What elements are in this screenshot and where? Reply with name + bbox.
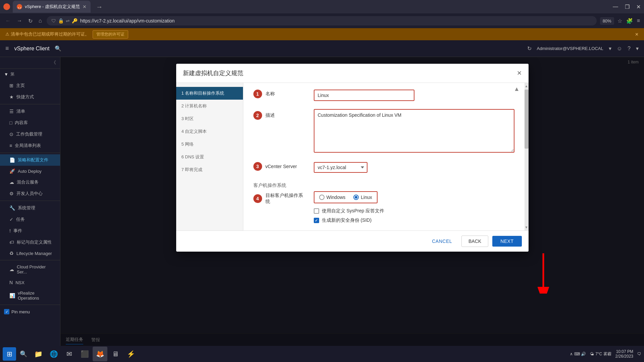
os-windows-label: Windows: [327, 195, 346, 200]
sidebar-collapse-btn[interactable]: 《: [0, 57, 60, 69]
modal-close-btn[interactable]: ✕: [517, 69, 522, 77]
sid-checkbox[interactable]: [314, 218, 319, 223]
sidebar: 《 ▼ 第 ⊞ 主页 ★ 快捷方式 ☰ 清单: [0, 57, 60, 362]
step-7[interactable]: 7 即将完成: [176, 163, 243, 176]
sidebar-item-developer[interactable]: ⚙ 开发人员中心: [0, 188, 60, 199]
sidebar-item-events[interactable]: ! 事件: [0, 225, 60, 237]
search-icon[interactable]: 🔍: [55, 45, 61, 52]
sidebar-item-nsx[interactable]: N NSX: [0, 277, 60, 288]
sidebar-item-tags[interactable]: 🏷 标记与自定义属性: [0, 237, 60, 248]
pin-menu-item[interactable]: ✓ Pin menu: [0, 306, 60, 317]
nav-refresh-btn[interactable]: ↻: [27, 16, 34, 25]
sidebar-item-lifecycle-label: Lifecycle Manager: [16, 251, 52, 256]
os-linux-option[interactable]: Linux: [353, 195, 372, 200]
sysprep-checkbox[interactable]: [314, 208, 319, 214]
browser-tab[interactable]: 🦊 vSphere - 虚拟机自定义规范 ✕: [13, 1, 91, 13]
name-input[interactable]: [314, 90, 414, 101]
lifecycle-icon: ♻: [9, 251, 14, 256]
sidebar-item-vrealize[interactable]: 📊 vRealize Operations: [0, 288, 60, 303]
address-input[interactable]: [80, 18, 592, 23]
menu-icon[interactable]: ≡: [637, 18, 640, 24]
taskbar-search-button[interactable]: 🔍: [17, 348, 30, 360]
sidebar-item-workload[interactable]: ⊙ 工作负载管理: [0, 128, 60, 140]
sidebar-item-cloud-provider[interactable]: ☁ Cloud Provider Ser...: [0, 262, 60, 277]
topbar-help-chevron[interactable]: ▾: [636, 45, 639, 52]
window-minimize[interactable]: —: [613, 4, 618, 10]
step-3[interactable]: 3 时区: [176, 112, 243, 125]
nav-back-btn[interactable]: ←: [4, 16, 12, 25]
bookmark-icon[interactable]: ☆: [617, 18, 622, 24]
windows-start-button[interactable]: ⊞: [3, 347, 16, 361]
topbar-refresh-icon[interactable]: ↻: [527, 45, 532, 52]
sidebar-item-global-list[interactable]: ≡ 全局清单列表: [0, 140, 60, 151]
vcenter-control-area: vc7-1.yz.local vc7-2.yz.local: [314, 162, 514, 173]
sidebar-divider-1: [0, 104, 60, 104]
step-6[interactable]: 6 DNS 设置: [176, 151, 243, 163]
scrollbar-thumb[interactable]: [525, 90, 529, 149]
taskbar-vmware2[interactable]: ⚡: [123, 347, 138, 361]
browser-toolbar: ← → ↻ ⌂ 🛡 🔒 ⇌ 🔑 80% ☆ 🧩 ≡: [0, 13, 644, 28]
manage-license-button[interactable]: 管理您的许可证: [93, 30, 128, 39]
os-linux-radio[interactable]: [353, 195, 359, 200]
nav-home-btn[interactable]: ⌂: [37, 16, 43, 25]
sidebar-item-inventory[interactable]: ☰ 清单: [0, 106, 60, 117]
os-inner-group: 客户机操作系统: [253, 181, 514, 189]
cancel-button[interactable]: CANCEL: [427, 236, 457, 247]
sidebar-item-autodeploy[interactable]: 🚀 Auto Deploy: [0, 166, 60, 176]
nav-forward-btn[interactable]: →: [15, 16, 23, 25]
new-tab-button[interactable]: →: [93, 3, 105, 11]
sidebar-item-content-library[interactable]: □ 内容库: [0, 117, 60, 128]
step-4[interactable]: 4 自定义脚本: [176, 125, 243, 138]
taskbar-terminal[interactable]: ⬛: [77, 347, 92, 361]
topbar-emoji-icon[interactable]: ☺: [617, 46, 622, 52]
sidebar-item-home[interactable]: ⊞ 主页: [0, 80, 60, 91]
notifications-icon[interactable]: 🗨: [637, 352, 641, 356]
connection-icon: ⇌: [66, 18, 70, 23]
main-area: 《 ▼ 第 ⊞ 主页 ★ 快捷方式 ☰ 清单: [0, 57, 644, 362]
taskbar-file-explorer[interactable]: 📁: [31, 347, 46, 361]
sidebar-item-hybrid-cloud[interactable]: ☁ 混合云服务: [0, 176, 60, 188]
vcenter-label: vCenter Server: [265, 164, 297, 169]
window-close[interactable]: ✕: [636, 4, 641, 10]
sidebar-item-tasks[interactable]: ✓ 任务: [0, 214, 60, 225]
sidebar-section-inventory[interactable]: ▼ 第: [0, 69, 60, 80]
sysprep-checkbox-option[interactable]: 使用自定义 SysPrep 应答文件: [314, 208, 385, 214]
next-button[interactable]: NEXT: [492, 236, 522, 247]
taskbar-email[interactable]: ✉: [62, 347, 77, 361]
sidebar-item-cloud-label: Cloud Provider Ser...: [17, 264, 56, 274]
sidebar-item-sysadmin[interactable]: 🔧 系统管理: [0, 202, 60, 214]
step-2[interactable]: 2 计算机名称: [176, 100, 243, 112]
step-5[interactable]: 5 网络: [176, 138, 243, 151]
topbar-chevron-icon[interactable]: ▾: [609, 45, 611, 52]
taskbar-vmware1[interactable]: 🖥: [108, 347, 123, 361]
inventory-icon: ☰: [9, 109, 14, 114]
os-windows-radio[interactable]: [319, 195, 325, 200]
vcenter-select[interactable]: vc7-1.yz.local vc7-2.yz.local: [314, 162, 367, 173]
os-windows-option[interactable]: Windows: [319, 195, 346, 200]
back-button[interactable]: BACK: [461, 236, 488, 247]
tab-close-btn[interactable]: ✕: [83, 4, 87, 9]
topbar-help-icon[interactable]: ?: [628, 46, 631, 52]
sidebar-item-hybrid-label: 混合云服务: [17, 179, 39, 185]
taskbar-browser1[interactable]: 🌐: [46, 347, 61, 361]
scrollbar-up-arrow[interactable]: ▲: [525, 83, 529, 89]
sidebar-item-inventory-label: 清单: [16, 108, 25, 114]
scrollbar-down-arrow[interactable]: ▼: [525, 224, 529, 230]
taskbar-firefox[interactable]: 🦊: [93, 347, 107, 361]
hamburger-menu[interactable]: ≡: [5, 45, 9, 52]
window-restore[interactable]: ❒: [625, 4, 630, 10]
sidebar-item-lifecycle[interactable]: ♻ Lifecycle Manager: [0, 248, 60, 259]
desc-field-group: 2 描述 Customization Specification of Linu…: [253, 109, 514, 154]
sidebar-item-shortcuts[interactable]: ★ 快捷方式: [0, 91, 60, 103]
sysprep-label: 使用自定义 SysPrep 应答文件: [322, 208, 385, 214]
sidebar-divider-4: [0, 260, 60, 260]
extensions-icon[interactable]: 🧩: [626, 18, 633, 24]
sidebar-item-policy[interactable]: 📄 策略和配置文件: [0, 154, 60, 166]
sid-checkbox-option[interactable]: 生成新的安全身份 (SID): [314, 217, 385, 223]
banner-close-button[interactable]: ✕: [635, 32, 639, 37]
form-scrollbar[interactable]: ▲ ▼: [525, 83, 529, 230]
app-layout: ≡ vSphere Client 🔍 ↻ Administrator@VSPHE…: [0, 40, 644, 362]
section-label: 第: [10, 71, 14, 77]
desc-textarea[interactable]: Customization Specification of Linux VM: [314, 109, 514, 153]
step-1[interactable]: 1 名称和目标操作系统: [176, 87, 243, 100]
